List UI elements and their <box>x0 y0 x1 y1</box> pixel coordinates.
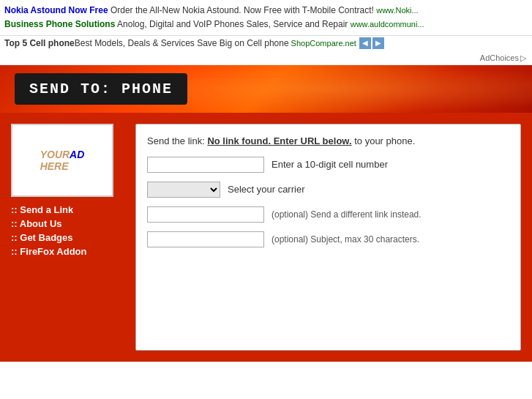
adchoices-bar: AdChoices ▷ <box>0 52 532 65</box>
link-label: (optional) Send a different link instead… <box>271 209 422 220</box>
prev-arrow-button[interactable]: ◀ <box>359 37 371 49</box>
ad-body-nokia: Order the All-New Nokia Astound. Now Fre… <box>110 5 374 15</box>
ad-row-1: Nokia Astound Now Free Order the All-New… <box>4 4 528 17</box>
form-panel: Send the link: No link found. Enter URL … <box>135 124 521 351</box>
top5-row: Top 5 Cell phone Best Models, Deals & Se… <box>0 36 532 52</box>
sidebar-links: :: Send a Link :: About Us :: Get Badges… <box>11 204 124 257</box>
sidebar-link-badges[interactable]: :: Get Badges <box>11 232 124 243</box>
ad-url-business[interactable]: www.auldcommuni... <box>351 20 424 29</box>
ad-body-business: Anolog, Digital and VoIP Phones Sales, S… <box>117 19 348 29</box>
form-no-link-text: No link found. Enter URL below. <box>207 135 351 146</box>
form-intro: Send the link: No link found. Enter URL … <box>147 135 509 146</box>
sidebar-ad-placeholder[interactable]: YOURADHERE <box>11 124 113 197</box>
header-banner: SEND TO: PHONE <box>0 65 532 113</box>
phone-label: Enter a 10-digit cell number <box>271 159 388 170</box>
sidebar-link-firefox[interactable]: :: FireFox Addon <box>11 246 124 257</box>
subject-row: (optional) Subject, max 30 characters. <box>147 231 509 247</box>
carrier-select[interactable]: AT&T Verizon T-Mobile Sprint Other <box>147 182 220 198</box>
top5-title[interactable]: Top 5 Cell phone <box>4 38 75 48</box>
top5-body: Best Models, Deals & Services Save Big o… <box>75 38 289 48</box>
main-content: YOURADHERE :: Send a Link :: About Us ::… <box>0 113 532 362</box>
ad-title-business[interactable]: Business Phone Solutions <box>4 19 115 29</box>
nav-arrows: ◀ ▶ <box>359 37 384 49</box>
link-input[interactable] <box>147 206 264 223</box>
send-to-phone-title: SEND TO: PHONE <box>15 73 187 105</box>
link-row: (optional) Send a different link instead… <box>147 206 509 223</box>
sidebar-link-send[interactable]: :: Send a Link <box>11 204 124 215</box>
carrier-row: AT&T Verizon T-Mobile Sprint Other Selec… <box>147 182 509 198</box>
subject-label: (optional) Subject, max 30 characters. <box>271 234 419 245</box>
adchoices-icon: ▷ <box>520 53 526 63</box>
phone-row: Enter a 10-digit cell number <box>147 157 509 173</box>
top5-url[interactable]: ShopCompare.net <box>291 39 356 48</box>
form-intro-suffix: to your phone. <box>354 135 415 146</box>
ad-url-nokia[interactable]: www.Noki... <box>376 6 418 15</box>
sidebar: YOURADHERE :: Send a Link :: About Us ::… <box>11 124 124 351</box>
phone-input[interactable] <box>147 157 264 173</box>
sidebar-link-about[interactable]: :: About Us <box>11 218 124 229</box>
ad-title-nokia[interactable]: Nokia Astound Now Free <box>4 5 108 15</box>
next-arrow-button[interactable]: ▶ <box>372 37 384 49</box>
carrier-label: Select your carrier <box>228 184 304 195</box>
adchoices-label[interactable]: AdChoices <box>480 53 519 62</box>
form-intro-text: Send the link: <box>147 135 205 146</box>
ad-banner: Nokia Astound Now Free Order the All-New… <box>0 0 532 36</box>
ad-row-2: Business Phone Solutions Anolog, Digital… <box>4 18 528 31</box>
subject-input[interactable] <box>147 231 264 247</box>
